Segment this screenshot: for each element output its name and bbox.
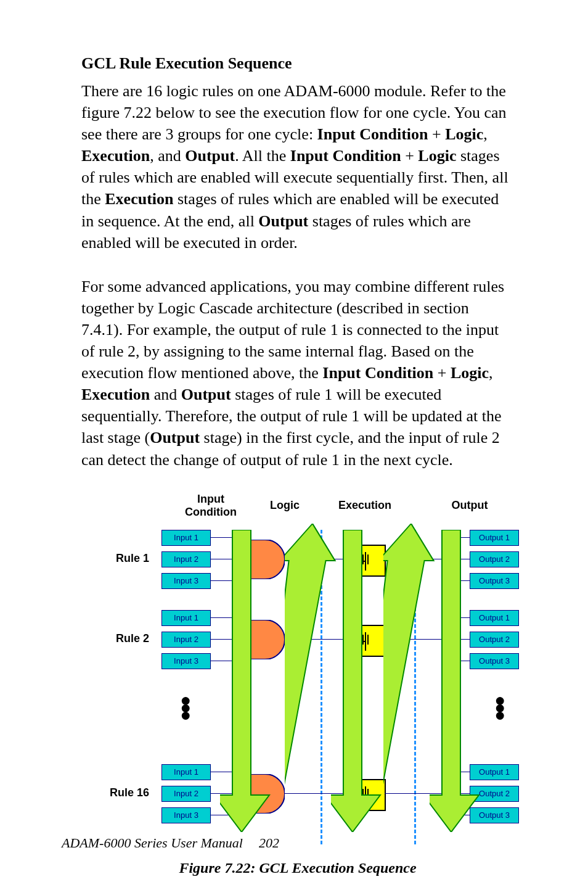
paragraph-2: For some advanced applications, you may … <box>81 276 514 471</box>
text: . All the <box>235 147 290 165</box>
footer-title: ADAM-6000 Series User Manual <box>62 835 243 851</box>
flow-arrow-icon <box>220 530 276 832</box>
flow-arrow-icon <box>331 530 386 832</box>
col-input-condition: InputCondition <box>180 493 242 519</box>
bold: Output <box>150 429 200 447</box>
ellipsis-icon: ●●● <box>180 696 191 719</box>
col-output: Output <box>439 499 500 512</box>
bold: Logic <box>445 125 483 143</box>
text: + <box>428 125 446 143</box>
bold: Execution <box>81 147 150 165</box>
row-label-rule16: Rule 16 <box>100 786 149 799</box>
input-box: Input 2 <box>161 632 211 648</box>
text: + <box>401 147 419 165</box>
col-logic: Logic <box>260 499 309 512</box>
figure-caption: Figure 7.22: GCL Execution Sequence <box>81 860 514 876</box>
execution-diagram: InputCondition Logic Execution Output Ru… <box>100 493 531 854</box>
section-heading: GCL Rule Execution Sequence <box>81 54 514 73</box>
input-box: Input 2 <box>161 786 211 802</box>
bold: Output <box>185 147 235 165</box>
text: , and <box>150 147 185 165</box>
text: , <box>489 364 493 382</box>
bold: Input Condition <box>317 125 428 143</box>
svg-marker-0 <box>220 530 269 832</box>
flow-arrow-icon <box>430 530 485 832</box>
text: , <box>483 125 488 143</box>
bold: Output <box>258 212 308 230</box>
input-box: Input 2 <box>161 551 211 567</box>
input-box: Input 3 <box>161 573 211 589</box>
svg-marker-2 <box>331 530 380 832</box>
bold: Output <box>181 385 231 403</box>
bold: Input Condition <box>322 364 433 382</box>
bold: Logic <box>418 147 456 165</box>
input-box: Input 1 <box>161 530 211 546</box>
row-label-rule2: Rule 2 <box>100 632 149 645</box>
text: + <box>433 364 451 382</box>
input-box: Input 3 <box>161 807 211 823</box>
row-label-rule1: Rule 1 <box>100 552 149 565</box>
paragraph-1: There are 16 logic rules on one ADAM-600… <box>81 80 514 253</box>
col-execution: Execution <box>328 499 402 512</box>
text: and <box>150 385 181 403</box>
input-box: Input 3 <box>161 653 211 669</box>
svg-marker-4 <box>430 530 479 832</box>
bold: Logic <box>451 364 489 382</box>
bold: Execution <box>105 190 173 208</box>
bold: Input Condition <box>290 147 401 165</box>
input-box: Input 1 <box>161 610 211 626</box>
footer-page-number: 202 <box>259 835 279 851</box>
input-box: Input 1 <box>161 764 211 780</box>
ellipsis-icon: ●●● <box>494 696 505 719</box>
bold: Execution <box>81 385 150 403</box>
